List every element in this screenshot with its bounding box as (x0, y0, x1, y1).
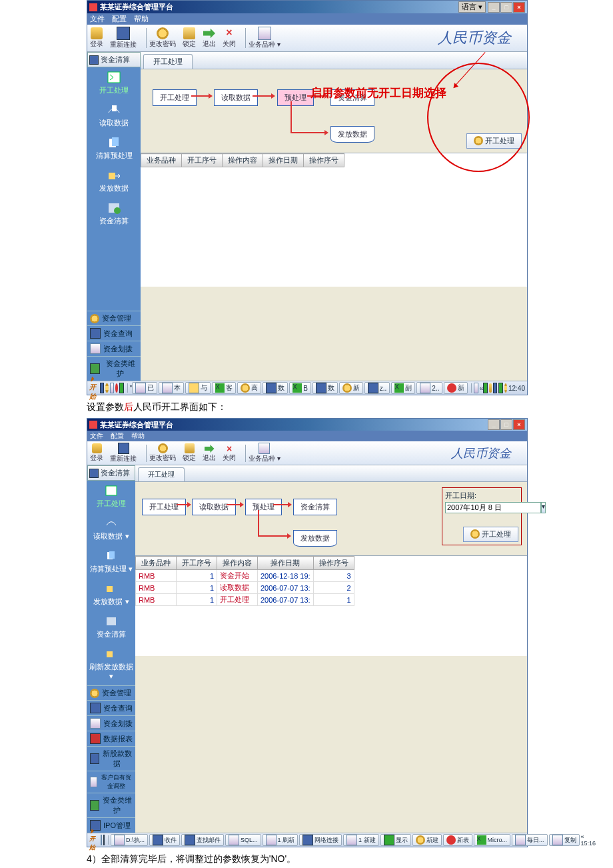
tb-close[interactable]: ×关闭 (223, 443, 236, 463)
sidebar-tab[interactable]: 新股款数据 (87, 746, 135, 771)
task-btn[interactable]: XMicro... (474, 834, 511, 846)
tb-logout[interactable]: 退出 (203, 27, 216, 49)
col-seq[interactable]: 开工序号 (182, 154, 223, 167)
startdate-dropdown[interactable]: ▾ (541, 502, 546, 513)
sidebar-tab-fund-transfer[interactable]: 资金划拨 (87, 341, 141, 356)
tb-close[interactable]: ×关闭 (223, 27, 236, 49)
startwork-button[interactable]: 开工处理 (463, 527, 518, 542)
col-opdate[interactable]: 操作日期 (263, 154, 304, 167)
tray-icon[interactable] (100, 383, 104, 393)
sidebar-item-refresh[interactable]: 刷新发放数据 ▾ (87, 644, 135, 685)
tab-startwork[interactable]: 开工处理 (143, 54, 193, 69)
task-btn[interactable]: 本 (159, 382, 184, 394)
sidebar-tab[interactable]: 数据报表 (87, 731, 135, 746)
start-button[interactable]: 🞂开始 (89, 828, 95, 852)
menu-config[interactable]: 配置 (111, 432, 124, 439)
col-bizkind[interactable]: 业务品种 (136, 557, 177, 570)
task-btn[interactable]: 每日... (512, 834, 548, 846)
tray-icon[interactable] (498, 383, 502, 393)
tb-lock[interactable]: 锁定 (183, 443, 196, 463)
startwork-button[interactable]: 开工处理 (466, 133, 522, 149)
tray-icon[interactable] (474, 383, 478, 393)
sidebar-item-dispatch[interactable]: 发放数据 (87, 165, 141, 198)
tab-startwork[interactable]: 开工处理 (138, 467, 185, 481)
tray-icon[interactable] (101, 835, 102, 845)
col-opcontent[interactable]: 操作内容 (223, 154, 263, 167)
task-btn[interactable]: 新表 (443, 834, 472, 846)
task-btn[interactable]: D:\执... (111, 834, 148, 846)
tray-icon[interactable] (483, 383, 487, 393)
sidebar-tab[interactable]: 客户自有资金调整 (87, 771, 135, 793)
menu-config[interactable]: 配置 (112, 15, 127, 23)
task-btn[interactable]: z.. (364, 382, 390, 394)
tb-changepwd[interactable]: 更改密码 (149, 27, 176, 49)
tb-bizkind[interactable]: 业务品种 ▾ (249, 27, 281, 49)
task-btn[interactable]: 网络连接 (299, 834, 342, 846)
task-btn[interactable]: 新 (339, 382, 363, 394)
tb-reconnect[interactable]: 重新连接 (110, 443, 137, 463)
close-btn[interactable]: × (513, 419, 525, 430)
task-btn[interactable]: 数 (312, 382, 338, 394)
tb-logout[interactable]: 退出 (203, 443, 216, 463)
table-row[interactable]: RMB1开工处理2006-07-07 13:1 (136, 594, 354, 606)
task-btn[interactable]: XB (289, 382, 311, 394)
tray-icon[interactable] (489, 383, 492, 393)
sidebar-item-read[interactable]: 读取数据 (87, 100, 141, 133)
menu-file[interactable]: 文件 (90, 15, 105, 23)
task-btn[interactable]: 收件 (149, 834, 180, 846)
sidebar-item-start[interactable]: 开工处理 (87, 67, 141, 100)
tb-lock[interactable]: 锁定 (183, 27, 196, 49)
task-btn[interactable]: X客 (212, 382, 236, 394)
col-opseq[interactable]: 操作序号 (313, 557, 354, 570)
sidebar-tab[interactable]: 资金类维护 (87, 793, 135, 817)
maximize-btn[interactable]: □ (500, 2, 512, 13)
sidebar-item-preprocess[interactable]: 清算预处理 ▾ (87, 546, 135, 579)
sidebar-tab-fund-query[interactable]: 资金查询 (87, 325, 141, 341)
task-btn[interactable]: 1 新建 (343, 834, 379, 846)
col-opseq[interactable]: 操作序号 (304, 154, 344, 167)
window-language[interactable]: 语言 ▾ (458, 1, 486, 13)
task-btn[interactable]: X副 (391, 382, 415, 394)
menu-help[interactable]: 帮助 (131, 432, 145, 439)
close-btn[interactable]: × (513, 2, 525, 13)
task-btn[interactable]: 查找邮件 (181, 834, 224, 846)
task-btn[interactable]: 复制 (549, 834, 580, 846)
sidebar-tab[interactable]: 资金划拨 (87, 715, 135, 731)
task-btn[interactable]: 显示 (380, 834, 411, 846)
tray-icon[interactable] (504, 383, 507, 393)
sidebar-header[interactable]: 资金清算 (87, 52, 141, 67)
tray-icon[interactable] (115, 383, 118, 393)
task-btn[interactable]: 与 (185, 382, 211, 394)
tb-login[interactable]: 登录 (90, 27, 103, 49)
task-btn[interactable]: 新 (444, 382, 468, 394)
sidebar-tab[interactable]: 资金管理 (87, 685, 135, 700)
task-btn[interactable]: 新建 (412, 834, 442, 846)
sidebar-tab-fund-mgmt[interactable]: 资金管理 (87, 311, 141, 325)
start-button[interactable]: 🞂开始 (89, 375, 96, 401)
sidebar-item-read[interactable]: 读取数据 ▾ (87, 513, 135, 546)
tb-reconnect[interactable]: 重新连接 (110, 27, 137, 49)
tb-changepwd[interactable]: 更改密码 (149, 443, 176, 463)
sidebar-header[interactable]: 资金清算 (87, 465, 135, 481)
tb-login[interactable]: 登录 (90, 443, 103, 463)
sidebar-item-settle[interactable]: 资金清算 (87, 198, 141, 231)
task-btn[interactable]: 高 (237, 382, 261, 394)
col-bizkind[interactable]: 业务品种 (141, 154, 182, 167)
menu-help[interactable]: 帮助 (134, 15, 149, 23)
startdate-input[interactable] (445, 502, 541, 513)
task-btn[interactable]: 数 (263, 382, 288, 394)
tray-icon[interactable] (103, 835, 105, 845)
minimize-btn[interactable]: _ (488, 419, 500, 430)
tb-bizkind[interactable]: 业务品种 ▾ (249, 443, 281, 463)
task-btn[interactable]: 已 (132, 382, 157, 394)
minimize-btn[interactable]: _ (488, 2, 500, 13)
sidebar-item-preprocess[interactable]: 清算预处理 (87, 133, 141, 165)
table-row[interactable]: RMB1读取数据2006-07-07 13:2 (136, 582, 354, 594)
task-btn[interactable]: 1 刷新 (263, 834, 299, 846)
col-opdate[interactable]: 操作日期 (258, 557, 314, 570)
tray-icon[interactable] (105, 383, 108, 393)
table-row[interactable]: RMB1资金开始2006-12-18 19:3 (136, 570, 354, 582)
tray-icon[interactable] (493, 383, 497, 393)
task-btn[interactable]: 2.. (416, 382, 442, 394)
tray-icon[interactable] (110, 383, 114, 393)
